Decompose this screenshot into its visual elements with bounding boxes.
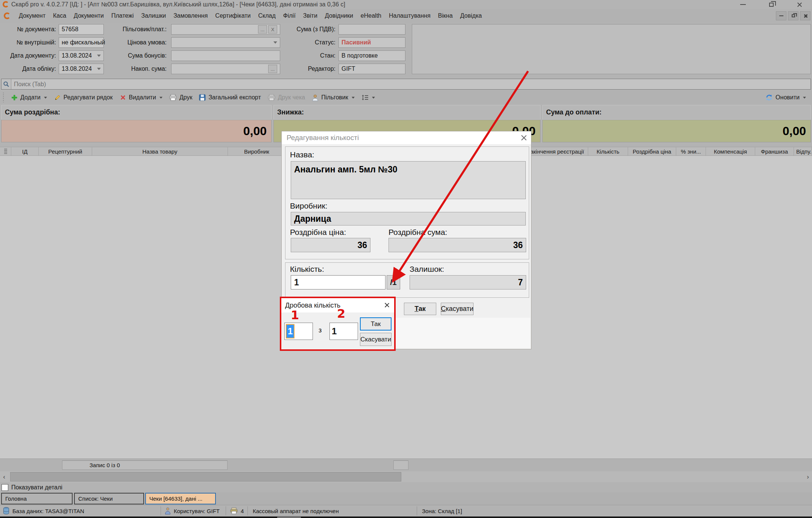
column-id[interactable]: ІД bbox=[11, 147, 39, 155]
menu-settings[interactable]: Налаштування bbox=[385, 10, 434, 21]
menu-kasa[interactable]: Каса bbox=[49, 10, 70, 21]
fraction-toggle-button[interactable]: /1 bbox=[387, 275, 400, 289]
column-retail-price[interactable]: Роздрібна ціна bbox=[628, 147, 676, 155]
remainder-label: Залишок: bbox=[410, 265, 444, 274]
tab-main[interactable]: Головна bbox=[1, 493, 73, 504]
search-input[interactable]: Поиск (Tab) bbox=[14, 81, 46, 88]
status-bar: База даних: TASA3@TITAN Користувач: GIFT… bbox=[0, 505, 812, 516]
retail-price-box: 36 bbox=[291, 238, 370, 252]
menu-stock[interactable]: Залишки bbox=[138, 10, 170, 21]
menu-reports[interactable]: Звіти bbox=[299, 10, 321, 21]
pencil-icon bbox=[54, 94, 61, 101]
search-button[interactable] bbox=[2, 79, 11, 89]
column-quantity[interactable]: Кількість bbox=[588, 147, 628, 155]
editor-field: GIFT bbox=[338, 64, 405, 74]
restore-icon bbox=[769, 3, 774, 7]
details-checkbox[interactable] bbox=[2, 484, 8, 491]
numerator-selected-text: 1 bbox=[287, 325, 294, 338]
app-logo-icon-small bbox=[4, 12, 11, 19]
close-button[interactable] bbox=[793, 1, 806, 8]
print-receipt-button[interactable]: Друк чека bbox=[264, 94, 308, 101]
tab-receipts-active[interactable]: Чеки [64633], дані ... bbox=[145, 493, 216, 504]
edit-row-button[interactable]: Редагувати рядок bbox=[50, 94, 116, 101]
add-button[interactable]: Додати bbox=[8, 94, 50, 101]
printer-icon bbox=[169, 94, 177, 101]
vat-sum-field[interactable] bbox=[338, 24, 405, 35]
person-icon bbox=[312, 94, 319, 101]
person-icon bbox=[165, 507, 171, 515]
list-lines-icon bbox=[361, 94, 369, 101]
row-height-button[interactable] bbox=[358, 94, 378, 101]
column-compensation[interactable]: Компенсація bbox=[706, 147, 755, 155]
ok-button[interactable]: Так bbox=[404, 303, 436, 315]
menu-payments[interactable]: Платежі bbox=[108, 10, 138, 21]
statusbar-divider bbox=[226, 506, 226, 515]
name-label: Назва: bbox=[290, 150, 314, 159]
menu-orders[interactable]: Замовлення bbox=[170, 10, 211, 21]
toolbar-grip-handle[interactable] bbox=[2, 93, 5, 102]
denominator-input[interactable]: 1 bbox=[329, 323, 358, 340]
bonus-sum-label: Сума бонусів: bbox=[90, 50, 167, 61]
vat-sum-label: Сума (з ПДВ): bbox=[260, 24, 335, 35]
delete-x-icon bbox=[120, 94, 126, 101]
quantity-label: Кількість: bbox=[290, 265, 324, 274]
fraction-cancel-button[interactable]: Скасувати bbox=[360, 333, 392, 346]
column-discount-pct[interactable]: % зни... bbox=[676, 147, 706, 155]
toolbar: Додати Редагувати рядок Видалити Друк bbox=[0, 91, 812, 104]
cancel-button[interactable]: Скасувати bbox=[441, 303, 474, 315]
scroll-right-arrow[interactable]: › bbox=[804, 471, 812, 482]
retail-sum-value: 0,00 bbox=[1, 120, 272, 142]
column-franchise[interactable]: Франшиза bbox=[755, 147, 794, 155]
fraction-quantity-dialog: Дробова кількість 1 з 1 Так Скасувати bbox=[281, 298, 394, 349]
menu-document[interactable]: Документ bbox=[15, 10, 49, 21]
menu-directories[interactable]: Довідники bbox=[321, 10, 357, 21]
menu-certificates[interactable]: Сертифікати bbox=[211, 10, 254, 21]
mdi-window-controls bbox=[776, 11, 810, 20]
menu-windows[interactable]: Вікна bbox=[434, 10, 457, 21]
minimize-button[interactable] bbox=[736, 1, 749, 8]
mdi-restore-button[interactable] bbox=[788, 11, 798, 20]
statusbar-printer-count: 4 bbox=[230, 505, 244, 516]
column-manufacturer[interactable]: Виробник bbox=[228, 147, 286, 155]
menu-help[interactable]: Довідка bbox=[457, 10, 486, 21]
scroll-left-arrow[interactable]: ‹ bbox=[0, 471, 8, 482]
menu-ehealth[interactable]: eHealth bbox=[357, 10, 385, 21]
scrollbar-thumb[interactable] bbox=[10, 472, 401, 481]
beneficiary-button[interactable]: Пільговик bbox=[308, 94, 358, 101]
bottom-tab-bar: Головна Список: Чеки Чеки [64633], дані … bbox=[0, 492, 812, 505]
accum-sum-label: Накоп. сума: bbox=[90, 64, 167, 74]
column-dispense[interactable]: Відпу... bbox=[794, 147, 812, 155]
manufacturer-label: Виробник: bbox=[290, 201, 327, 210]
fraction-ok-button[interactable]: Так bbox=[360, 317, 392, 331]
restore-icon bbox=[792, 14, 795, 17]
row-selector-column-header[interactable] bbox=[0, 147, 11, 155]
tab-list-receipts[interactable]: Список: Чеки bbox=[74, 493, 144, 504]
column-prescription[interactable]: Рецептурний bbox=[39, 147, 92, 155]
chevron-down-icon bbox=[159, 97, 162, 99]
delete-button[interactable]: Видалити bbox=[116, 94, 166, 101]
mdi-close-button[interactable] bbox=[800, 11, 810, 20]
export-button[interactable]: Загальний експорт bbox=[196, 94, 264, 101]
menu-documents[interactable]: Документи bbox=[70, 10, 108, 21]
numerator-input[interactable]: 1 bbox=[284, 323, 313, 340]
search-bar[interactable]: Поиск (Tab) bbox=[1, 79, 811, 90]
column-product-name[interactable]: Назва товару bbox=[92, 147, 228, 155]
fraction-close-icon[interactable] bbox=[384, 302, 390, 308]
menu-branches[interactable]: Філії bbox=[279, 10, 299, 21]
bottom-strip bbox=[0, 516, 812, 518]
statusbar-database: База даних: TASA3@TITAN bbox=[3, 505, 84, 516]
quantity-input[interactable]: 1 bbox=[291, 275, 386, 289]
fraction-of-label: з bbox=[319, 326, 322, 334]
refresh-button[interactable]: Оновити bbox=[765, 94, 806, 101]
app-window: Скарб pro v. 4.0.2.77 [ІД: ] - [Апт №003… bbox=[0, 0, 812, 518]
restore-button[interactable] bbox=[765, 1, 778, 8]
horizontal-scrollbar[interactable]: ‹ › bbox=[0, 471, 812, 482]
retail-sum-box: 36 bbox=[389, 238, 526, 252]
mdi-minimize-button[interactable] bbox=[776, 11, 786, 20]
dialog-title-bar[interactable]: Редагування кількості bbox=[282, 131, 531, 144]
print-button[interactable]: Друк bbox=[166, 94, 196, 101]
dialog-close-icon[interactable] bbox=[521, 134, 527, 141]
window-title: Скарб pro v. 4.0.2.77 [ІД: ] - [Апт №003… bbox=[11, 1, 345, 8]
statusbar-divider bbox=[247, 506, 248, 515]
menu-warehouse[interactable]: Склад bbox=[254, 10, 279, 21]
